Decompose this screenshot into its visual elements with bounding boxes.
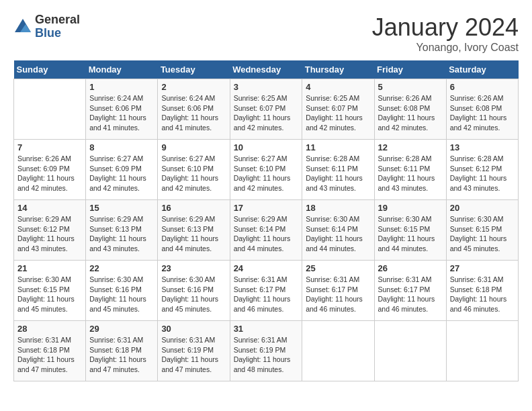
day-number: 20	[450, 203, 515, 213]
calendar-cell	[374, 321, 446, 381]
cell-content: Sunrise: 6:27 AM Sunset: 6:10 PM Dayligh…	[161, 154, 218, 192]
calendar-cell: 14Sunrise: 6:29 AM Sunset: 6:12 PM Dayli…	[14, 200, 86, 261]
cell-content: Sunrise: 6:30 AM Sunset: 6:15 PM Dayligh…	[450, 215, 507, 253]
calendar-cell: 21Sunrise: 6:30 AM Sunset: 6:15 PM Dayli…	[14, 261, 86, 321]
calendar-cell: 24Sunrise: 6:31 AM Sunset: 6:17 PM Dayli…	[230, 261, 302, 321]
cell-content: Sunrise: 6:30 AM Sunset: 6:14 PM Dayligh…	[306, 215, 363, 253]
day-number: 29	[89, 324, 154, 334]
cell-content: Sunrise: 6:28 AM Sunset: 6:11 PM Dayligh…	[378, 154, 435, 192]
calendar-cell: 28Sunrise: 6:31 AM Sunset: 6:18 PM Dayli…	[14, 321, 86, 381]
cell-content: Sunrise: 6:27 AM Sunset: 6:09 PM Dayligh…	[89, 154, 146, 192]
day-number: 27	[450, 263, 515, 273]
calendar-cell: 2Sunrise: 6:24 AM Sunset: 6:06 PM Daylig…	[158, 79, 230, 140]
cell-content: Sunrise: 6:24 AM Sunset: 6:06 PM Dayligh…	[89, 94, 146, 132]
day-number: 12	[378, 142, 443, 152]
calendar-cell: 20Sunrise: 6:30 AM Sunset: 6:15 PM Dayli…	[446, 200, 518, 261]
calendar-cell: 11Sunrise: 6:28 AM Sunset: 6:11 PM Dayli…	[302, 140, 374, 200]
cell-content: Sunrise: 6:27 AM Sunset: 6:10 PM Dayligh…	[234, 154, 291, 192]
day-number: 19	[378, 203, 443, 213]
calendar-cell: 16Sunrise: 6:29 AM Sunset: 6:13 PM Dayli…	[158, 200, 230, 261]
day-number: 16	[161, 203, 226, 213]
cell-content: Sunrise: 6:25 AM Sunset: 6:07 PM Dayligh…	[234, 94, 291, 132]
calendar-cell: 4Sunrise: 6:25 AM Sunset: 6:07 PM Daylig…	[302, 79, 374, 140]
day-number: 23	[161, 263, 226, 273]
day-number: 11	[306, 142, 370, 152]
day-header-wednesday: Wednesday	[230, 60, 302, 79]
calendar-week-row: 1Sunrise: 6:24 AM Sunset: 6:06 PM Daylig…	[14, 79, 519, 140]
cell-content: Sunrise: 6:31 AM Sunset: 6:18 PM Dayligh…	[89, 336, 146, 373]
day-number: 4	[306, 82, 370, 92]
cell-content: Sunrise: 6:31 AM Sunset: 6:19 PM Dayligh…	[161, 336, 218, 373]
day-number: 1	[89, 82, 154, 92]
cell-content: Sunrise: 6:28 AM Sunset: 6:12 PM Dayligh…	[450, 154, 507, 192]
day-header-monday: Monday	[86, 60, 158, 79]
calendar-cell: 3Sunrise: 6:25 AM Sunset: 6:07 PM Daylig…	[230, 79, 302, 140]
day-number: 31	[234, 324, 299, 334]
calendar-cell: 22Sunrise: 6:30 AM Sunset: 6:16 PM Dayli…	[86, 261, 158, 321]
day-number: 13	[450, 142, 515, 152]
day-number: 22	[89, 263, 154, 273]
calendar-cell: 1Sunrise: 6:24 AM Sunset: 6:06 PM Daylig…	[86, 79, 158, 140]
cell-content: Sunrise: 6:29 AM Sunset: 6:12 PM Dayligh…	[17, 215, 75, 253]
cell-content: Sunrise: 6:29 AM Sunset: 6:13 PM Dayligh…	[161, 215, 218, 253]
day-number: 3	[234, 82, 299, 92]
calendar-week-row: 21Sunrise: 6:30 AM Sunset: 6:15 PM Dayli…	[14, 261, 519, 321]
cell-content: Sunrise: 6:26 AM Sunset: 6:08 PM Dayligh…	[378, 94, 435, 132]
calendar-cell: 10Sunrise: 6:27 AM Sunset: 6:10 PM Dayli…	[230, 140, 302, 200]
calendar-table: SundayMondayTuesdayWednesdayThursdayFrid…	[13, 60, 519, 381]
day-number: 30	[161, 324, 226, 334]
day-number: 2	[161, 82, 226, 92]
calendar-cell: 31Sunrise: 6:31 AM Sunset: 6:19 PM Dayli…	[230, 321, 302, 381]
day-header-sunday: Sunday	[14, 60, 86, 79]
calendar-cell: 9Sunrise: 6:27 AM Sunset: 6:10 PM Daylig…	[158, 140, 230, 200]
cell-content: Sunrise: 6:31 AM Sunset: 6:17 PM Dayligh…	[378, 275, 435, 313]
day-header-thursday: Thursday	[302, 60, 374, 79]
month-title: January 2024	[372, 13, 519, 42]
day-number: 5	[378, 82, 443, 92]
calendar-cell: 26Sunrise: 6:31 AM Sunset: 6:17 PM Dayli…	[374, 261, 446, 321]
cell-content: Sunrise: 6:29 AM Sunset: 6:13 PM Dayligh…	[89, 215, 146, 253]
calendar-cell: 29Sunrise: 6:31 AM Sunset: 6:18 PM Dayli…	[86, 321, 158, 381]
calendar-week-row: 14Sunrise: 6:29 AM Sunset: 6:12 PM Dayli…	[14, 200, 519, 261]
calendar-cell: 19Sunrise: 6:30 AM Sunset: 6:15 PM Dayli…	[374, 200, 446, 261]
title-block: January 2024 Yonango, Ivory Coast	[372, 13, 519, 54]
cell-content: Sunrise: 6:31 AM Sunset: 6:18 PM Dayligh…	[450, 275, 507, 313]
calendar-week-row: 28Sunrise: 6:31 AM Sunset: 6:18 PM Dayli…	[14, 321, 519, 381]
calendar-cell: 12Sunrise: 6:28 AM Sunset: 6:11 PM Dayli…	[374, 140, 446, 200]
logo-general: General	[35, 13, 80, 27]
day-number: 17	[234, 203, 299, 213]
day-number: 8	[89, 142, 154, 152]
calendar-cell: 5Sunrise: 6:26 AM Sunset: 6:08 PM Daylig…	[374, 79, 446, 140]
cell-content: Sunrise: 6:24 AM Sunset: 6:06 PM Dayligh…	[161, 94, 218, 132]
cell-content: Sunrise: 6:25 AM Sunset: 6:07 PM Dayligh…	[306, 94, 363, 132]
cell-content: Sunrise: 6:31 AM Sunset: 6:17 PM Dayligh…	[306, 275, 363, 313]
day-number: 28	[17, 324, 82, 334]
logo-icon	[13, 17, 32, 36]
calendar-cell	[446, 321, 518, 381]
cell-content: Sunrise: 6:26 AM Sunset: 6:08 PM Dayligh…	[450, 94, 507, 132]
logo: General Blue	[13, 13, 80, 40]
calendar-cell: 15Sunrise: 6:29 AM Sunset: 6:13 PM Dayli…	[86, 200, 158, 261]
calendar-cell: 25Sunrise: 6:31 AM Sunset: 6:17 PM Dayli…	[302, 261, 374, 321]
calendar-week-row: 7Sunrise: 6:26 AM Sunset: 6:09 PM Daylig…	[14, 140, 519, 200]
calendar-cell: 17Sunrise: 6:29 AM Sunset: 6:14 PM Dayli…	[230, 200, 302, 261]
calendar-cell: 13Sunrise: 6:28 AM Sunset: 6:12 PM Dayli…	[446, 140, 518, 200]
calendar-cell: 6Sunrise: 6:26 AM Sunset: 6:08 PM Daylig…	[446, 79, 518, 140]
calendar-cell: 23Sunrise: 6:30 AM Sunset: 6:16 PM Dayli…	[158, 261, 230, 321]
day-number: 21	[17, 263, 82, 273]
cell-content: Sunrise: 6:31 AM Sunset: 6:17 PM Dayligh…	[234, 275, 291, 313]
calendar-header-row: SundayMondayTuesdayWednesdayThursdayFrid…	[14, 60, 519, 79]
day-number: 26	[378, 263, 443, 273]
day-header-saturday: Saturday	[446, 60, 518, 79]
calendar-cell: 18Sunrise: 6:30 AM Sunset: 6:14 PM Dayli…	[302, 200, 374, 261]
day-number: 15	[89, 203, 154, 213]
calendar-cell: 27Sunrise: 6:31 AM Sunset: 6:18 PM Dayli…	[446, 261, 518, 321]
calendar-cell: 30Sunrise: 6:31 AM Sunset: 6:19 PM Dayli…	[158, 321, 230, 381]
cell-content: Sunrise: 6:30 AM Sunset: 6:15 PM Dayligh…	[378, 215, 435, 253]
day-number: 25	[306, 263, 370, 273]
cell-content: Sunrise: 6:26 AM Sunset: 6:09 PM Dayligh…	[17, 154, 75, 192]
day-number: 6	[450, 82, 515, 92]
cell-content: Sunrise: 6:28 AM Sunset: 6:11 PM Dayligh…	[306, 154, 363, 192]
logo-text: General Blue	[35, 13, 80, 40]
calendar-cell	[302, 321, 374, 381]
